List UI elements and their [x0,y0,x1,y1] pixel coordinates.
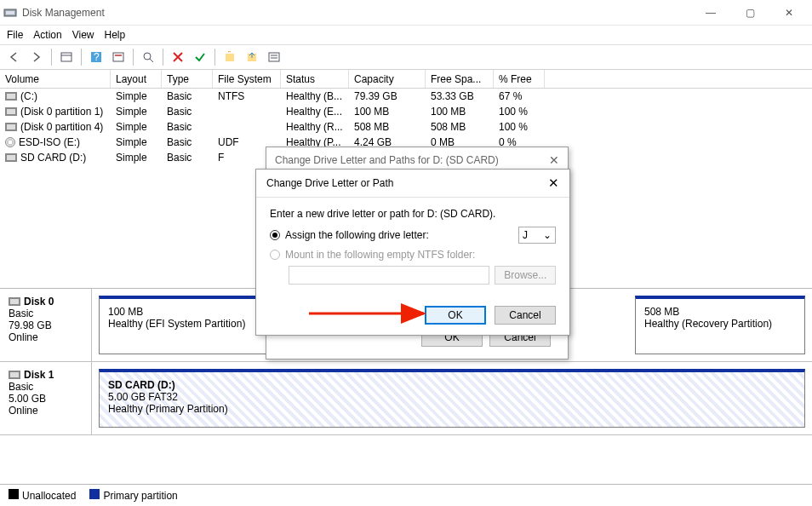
label-mount-folder: Mount in the following empty NTFS folder… [285,249,475,261]
maximize-button[interactable]: ▢ [730,0,769,26]
col-type[interactable]: Type [162,70,213,88]
svg-text:*: * [227,51,232,59]
dialog2-ok-button[interactable]: OK [425,306,486,325]
col-freespace[interactable]: Free Spa... [426,70,494,88]
help-button[interactable]: ? [87,48,106,66]
col-filesystem[interactable]: File System [213,70,281,88]
drive-icon [5,107,17,116]
drive-icon [5,137,15,147]
svg-line-9 [150,59,153,62]
radio-mount-folder[interactable] [270,250,280,260]
minimize-button[interactable]: — [691,0,730,26]
new-up-button[interactable] [243,48,261,66]
toolbar: ? * [0,44,812,70]
delete-button[interactable] [169,48,187,66]
drive-letter-combo[interactable]: J ⌄ [518,227,556,244]
new-button[interactable]: * [220,48,239,66]
col-volume[interactable]: Volume [0,70,111,88]
back-button[interactable] [5,48,24,66]
menu-help[interactable]: Help [105,29,126,41]
dialog1-close-icon[interactable]: ✕ [549,153,559,167]
titlebar: Disk Management — ▢ ✕ [0,0,812,26]
explore-button[interactable] [139,48,157,66]
col-layout[interactable]: Layout [111,70,162,88]
drive-icon [5,92,17,101]
menu-action[interactable]: Action [33,29,61,41]
menubar: File Action View Help [0,26,812,44]
dialog2-title: Change Drive Letter or Path [266,177,393,189]
disk-header-0[interactable]: Disk 0 Basic 79.98 GB Online [0,289,92,361]
partition-efi[interactable]: 100 MB Healthy (EFI System Partition) [99,296,269,354]
dialog2-cancel-button[interactable]: Cancel [495,306,556,325]
dialog1-title: Change Drive Letter and Paths for D: (SD… [275,154,499,166]
col-capacity[interactable]: Capacity [349,70,426,88]
col-pctfree[interactable]: % Free [494,70,545,88]
partition-sdcard[interactable]: SD CARD (D:) 5.00 GB FAT32 Healthy (Prim… [99,369,805,428]
svg-rect-2 [61,53,71,61]
svg-rect-13 [269,53,279,61]
radio-assign-letter[interactable] [270,230,280,240]
label-assign-letter: Assign the following drive letter: [285,229,429,241]
checkmark-button[interactable] [191,48,209,66]
legend: Unallocated Primary partition [0,484,812,506]
volume-row[interactable]: (Disk 0 partition 4)SimpleBasicHealthy (… [0,119,812,135]
browse-button: Browse... [495,266,556,285]
forward-button[interactable] [27,48,46,66]
settings-button[interactable] [109,48,128,66]
mount-path-input [289,266,489,285]
view-button[interactable] [57,48,76,66]
window-title: Disk Management [22,7,691,19]
dialog-change-letter: Change Drive Letter or Path ✕ Enter a ne… [255,169,570,336]
partition-recovery[interactable]: 508 MB Healthy (Recovery Partition) [635,296,805,354]
chevron-down-icon: ⌄ [543,229,552,241]
volume-row[interactable]: (Disk 0 partition 1)SimpleBasicHealthy (… [0,104,812,119]
list-button[interactable] [265,48,283,66]
svg-point-8 [144,53,151,60]
dialog2-close-icon[interactable]: ✕ [548,175,559,191]
drive-icon [5,123,17,131]
col-status[interactable]: Status [281,70,349,88]
svg-rect-6 [113,53,123,61]
close-button[interactable]: ✕ [769,0,809,26]
menu-file[interactable]: File [7,29,23,41]
volume-row[interactable]: (C:)SimpleBasicNTFSHealthy (B...79.39 GB… [0,89,812,104]
svg-text:?: ? [94,51,100,63]
app-icon [3,6,17,20]
svg-rect-7 [115,55,122,56]
svg-rect-1 [6,11,14,14]
dialog2-intro: Enter a new drive letter or path for D: … [270,208,556,220]
disk-header-1[interactable]: Disk 1 Basic 5.00 GB Online [0,362,92,434]
disk-row-1: Disk 1 Basic 5.00 GB Online SD CARD (D:)… [0,362,812,435]
menu-view[interactable]: View [72,29,94,41]
volume-table-header: Volume Layout Type File System Status Ca… [0,70,812,89]
drive-icon [5,153,17,162]
